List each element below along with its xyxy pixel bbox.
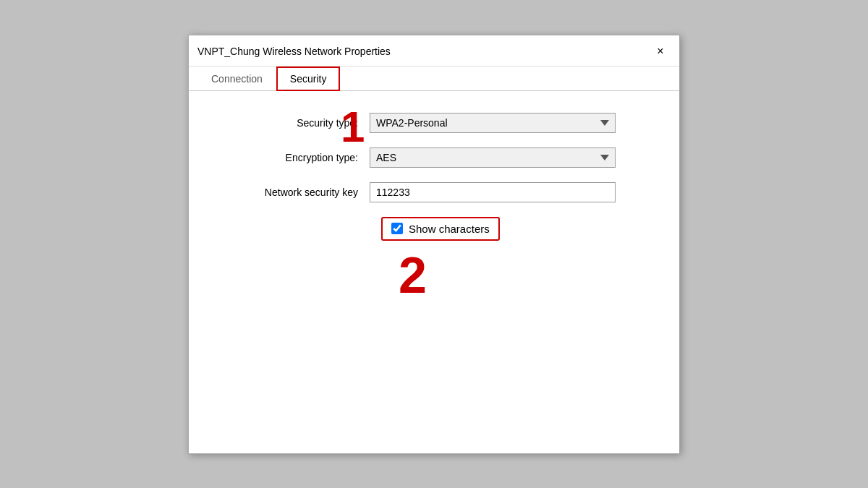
show-characters-label: Show characters xyxy=(409,223,490,235)
tab-connection[interactable]: Connection xyxy=(197,67,276,91)
security-type-row: Security type: WPA2-Personal WPA-Persona… xyxy=(225,113,643,133)
annotation-2: 2 xyxy=(399,250,427,301)
close-button[interactable]: × xyxy=(650,41,671,61)
wireless-network-properties-dialog: VNPT_Chung Wireless Network Properties ×… xyxy=(188,35,680,454)
tab-security[interactable]: Security xyxy=(276,67,341,91)
network-key-row: Network security key xyxy=(225,182,643,202)
network-key-control xyxy=(370,182,643,202)
show-characters-wrapper[interactable]: Show characters xyxy=(381,217,500,241)
show-characters-row: Show characters xyxy=(381,217,643,241)
network-key-label: Network security key xyxy=(225,187,370,198)
security-type-select[interactable]: WPA2-Personal WPA-Personal No authentica… xyxy=(370,113,616,133)
encryption-type-select[interactable]: AES TKIP xyxy=(370,147,616,168)
dialog-title: VNPT_Chung Wireless Network Properties xyxy=(197,46,391,57)
security-type-control: WPA2-Personal WPA-Personal No authentica… xyxy=(370,113,643,133)
security-type-label: Security type: xyxy=(225,117,370,129)
encryption-type-label: Encryption type: xyxy=(225,152,370,163)
encryption-type-row: Encryption type: AES TKIP xyxy=(225,147,643,168)
network-key-input[interactable] xyxy=(370,182,616,202)
show-characters-checkbox[interactable] xyxy=(391,223,403,234)
tabs-bar: Connection Security xyxy=(189,67,679,91)
dialog-content: 1 Security type: WPA2-Personal WPA-Perso… xyxy=(189,91,679,453)
dialog-titlebar: VNPT_Chung Wireless Network Properties × xyxy=(189,35,679,67)
encryption-type-control: AES TKIP xyxy=(370,147,643,168)
